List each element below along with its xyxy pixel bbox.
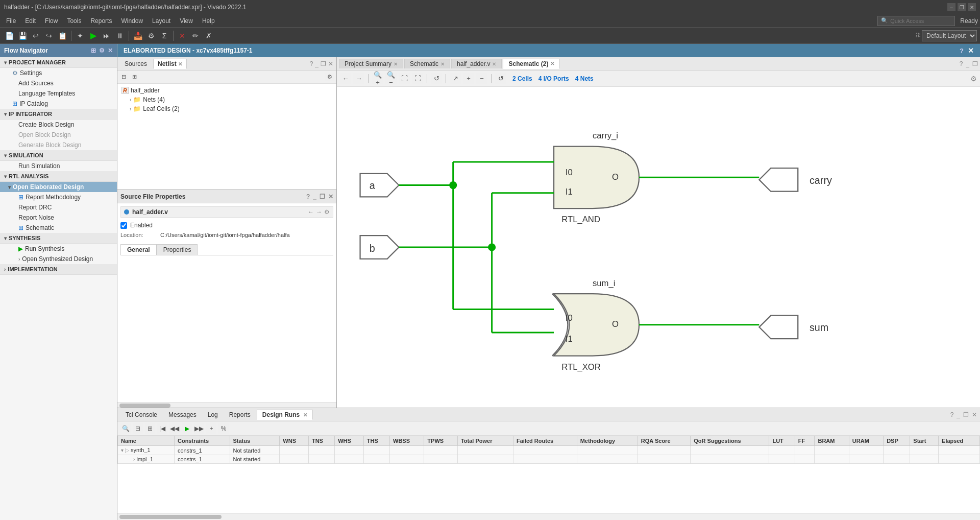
sch-tab-project-summary[interactable]: Project Summary ✕ (339, 59, 403, 68)
nav-settings-icon[interactable]: ⚙ (99, 47, 105, 54)
nav-item-report-methodology[interactable]: ⊞ Report Methodology (0, 192, 117, 202)
con-first-btn[interactable]: |◀ (157, 423, 167, 434)
toolbar-run-btn[interactable]: ▶ (87, 30, 100, 42)
sch-zoom-out-btn[interactable]: 🔍− (385, 73, 397, 84)
menu-edit[interactable]: Edit (21, 16, 40, 26)
con-tab-reports[interactable]: Reports (224, 410, 256, 419)
project-summary-tab-close[interactable]: ✕ (394, 61, 398, 67)
quick-access-input[interactable] (890, 18, 951, 24)
panel-close-icon[interactable]: ✕ (328, 60, 333, 67)
filter-btn[interactable]: ⊟ (119, 73, 128, 81)
nav-section-rtl-header[interactable]: ▾ RTL ANALYSIS (0, 171, 117, 182)
con-maximize-icon[interactable]: ❐ (963, 411, 969, 418)
sch-refresh-btn[interactable]: ↺ (431, 73, 442, 84)
panel-help-icon[interactable]: ? (310, 60, 313, 67)
nav-item-open-elaborated-design[interactable]: ▾ Open Elaborated Design (0, 182, 117, 192)
toolbar-pause-btn[interactable]: ⏸ (114, 30, 126, 42)
nav-item-open-block-design[interactable]: Open Block Design (0, 130, 117, 140)
tab-netlist-close[interactable]: ✕ (178, 61, 182, 67)
con-search-btn[interactable]: 🔍 (120, 423, 131, 434)
con-tab-tcl[interactable]: Tcl Console (120, 410, 162, 419)
enabled-checkbox[interactable] (120, 222, 127, 229)
elab-close-icon[interactable]: ✕ (968, 46, 974, 55)
close-btn[interactable]: ✕ (968, 3, 976, 11)
tree-item-nets[interactable]: › 📁 Nets (4) (119, 95, 334, 104)
toolbar-copy-btn[interactable]: 📋 (56, 30, 68, 42)
menu-tools[interactable]: Tools (63, 16, 85, 26)
props-tab-properties[interactable]: Properties (157, 244, 198, 255)
sch-select-region-btn[interactable]: ⛶ (412, 73, 423, 84)
props-close-icon[interactable]: ✕ (328, 193, 333, 200)
toolbar-redo-btn[interactable]: ↪ (43, 30, 55, 42)
con-add-btn[interactable]: + (206, 423, 216, 434)
props-maximize-icon[interactable]: ❐ (320, 193, 325, 200)
sch-back-btn[interactable]: ← (340, 73, 351, 84)
sch-zoom-in-btn[interactable]: 🔍+ (372, 73, 383, 84)
sch-minimize-icon[interactable]: _ (966, 60, 969, 67)
menu-view[interactable]: View (176, 16, 197, 26)
sch-add-btn[interactable]: + (463, 73, 474, 84)
toolbar-settings-btn[interactable]: ⚙ (145, 30, 157, 42)
nav-item-report-drc[interactable]: Report DRC (0, 202, 117, 212)
sch-fit-btn[interactable]: ⛶ (399, 73, 410, 84)
nav-section-implementation-header[interactable]: › IMPLEMENTATION (0, 264, 117, 275)
sch-help-icon[interactable]: ? (960, 60, 963, 67)
design-runs-tab-close[interactable]: ✕ (303, 412, 307, 418)
elab-help-icon[interactable]: ? (960, 47, 964, 55)
toolbar-stop-btn[interactable]: ✕ (176, 30, 188, 42)
sch-reset-btn[interactable]: ↺ (495, 73, 506, 84)
nav-pin-icon[interactable]: ⊞ (91, 47, 96, 54)
menu-flow[interactable]: Flow (41, 16, 62, 26)
schematic-2-tab-close[interactable]: ✕ (550, 61, 554, 66)
tab-netlist[interactable]: Netlist ✕ (153, 59, 187, 69)
menu-window[interactable]: Window (117, 16, 147, 26)
nav-item-add-sources[interactable]: Add Sources (0, 78, 117, 88)
synth-expand-arrow[interactable]: ▾ (121, 447, 124, 453)
con-prev-btn[interactable]: ◀◀ (169, 423, 180, 434)
nav-item-open-synthesized-design[interactable]: › Open Synthesized Design (0, 254, 117, 264)
table-row-impl[interactable]: › impl_1 constrs_1 Not started (118, 455, 980, 464)
toolbar-pencil-btn[interactable]: ✏ (189, 30, 202, 42)
menu-file[interactable]: File (2, 16, 20, 26)
panel-settings-btn[interactable]: ⚙ (325, 73, 334, 81)
con-next-btn[interactable]: ▶▶ (194, 423, 204, 434)
tree-item-leaf-cells[interactable]: › 📁 Leaf Cells (2) (119, 104, 334, 113)
con-expand-btn[interactable]: ⊞ (145, 423, 155, 434)
nav-close-icon[interactable]: ✕ (108, 47, 113, 54)
sch-forward-btn[interactable]: → (353, 73, 364, 84)
minimize-btn[interactable]: – (947, 3, 955, 11)
impl-expand-arrow[interactable]: › (133, 457, 135, 462)
con-help-icon[interactable]: ? (950, 411, 954, 418)
con-play-btn[interactable]: ▶ (182, 423, 192, 434)
bottom-horizontal-scrollbar[interactable] (117, 513, 980, 520)
half-adder-v-tab-close[interactable]: ✕ (492, 61, 496, 67)
toolbar-save2-btn[interactable]: 📥 (132, 30, 144, 42)
sch-maximize-icon[interactable]: ❐ (972, 60, 978, 67)
nav-item-create-block-design[interactable]: Create Block Design (0, 120, 117, 130)
table-row-synth[interactable]: ▾ ▷ synth_1 constrs_1 Not started (118, 446, 980, 455)
restore-btn[interactable]: ❐ (958, 3, 966, 11)
nav-item-run-synthesis[interactable]: ▶ Run Synthesis (0, 244, 117, 254)
nav-section-ip-integrator-header[interactable]: ▾ IP INTEGRATOR (0, 109, 117, 120)
toolbar-undo-btn[interactable]: ↩ (30, 30, 42, 42)
props-help-icon[interactable]: ? (306, 193, 310, 200)
nav-item-generate-block-design[interactable]: Generate Block Design (0, 140, 117, 150)
toolbar-synth-btn[interactable]: ✦ (74, 30, 86, 42)
sch-tab-half-adder-v[interactable]: half_adder.v ✕ (451, 59, 502, 68)
menu-reports[interactable]: Reports (86, 16, 116, 26)
con-filter-btn[interactable]: ⊟ (133, 423, 143, 434)
con-close-icon[interactable]: ✕ (972, 411, 977, 418)
props-nav-prev-btn[interactable]: ← (308, 208, 314, 216)
schematic-tab-close[interactable]: ✕ (440, 61, 445, 67)
nav-section-synthesis-header[interactable]: ▾ SYNTHESIS (0, 233, 117, 244)
nav-item-run-simulation[interactable]: Run Simulation (0, 161, 117, 171)
tree-item-root[interactable]: R half_adder (119, 86, 334, 95)
nav-item-report-noise[interactable]: Report Noise (0, 212, 117, 223)
expand-btn[interactable]: ⊞ (130, 73, 139, 81)
sch-minus-btn[interactable]: − (476, 73, 487, 84)
sch-expand-btn[interactable]: ↗ (450, 73, 461, 84)
nav-item-schematic[interactable]: ⊞ Schematic (0, 223, 117, 233)
props-gear-btn[interactable]: ⚙ (324, 208, 330, 216)
con-tab-design-runs[interactable]: Design Runs ✕ (257, 410, 313, 420)
panel-minimize-icon[interactable]: _ (315, 60, 318, 67)
